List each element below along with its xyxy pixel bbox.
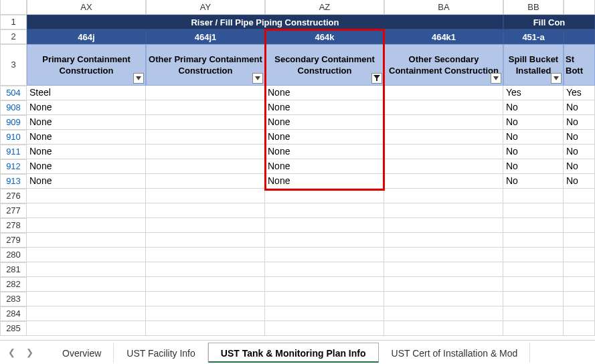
cell-empty[interactable] [146,277,265,292]
filter-dropdown-icon[interactable] [551,73,562,84]
row-header-913[interactable]: 913 [0,174,27,189]
cell-empty[interactable] [146,218,265,233]
col-header-az[interactable]: AZ [265,0,384,15]
cell-bb[interactable]: No [503,145,564,159]
cell-empty[interactable] [146,321,265,336]
cell-empty[interactable] [27,321,146,336]
cell-empty[interactable] [503,233,564,248]
field-other-secondary-containment[interactable]: Other Secondary Containment Construction [384,44,503,86]
cell-empty[interactable] [265,233,384,248]
cell-ba[interactable] [384,159,503,174]
cell-empty[interactable] [27,203,146,218]
cell-empty[interactable] [27,218,146,233]
cell-bb[interactable]: No [503,159,564,174]
cell-empty[interactable] [265,292,384,306]
cell-az[interactable]: None [265,174,384,189]
cell-empty[interactable] [503,203,564,218]
field-primary-containment[interactable]: Primary Containment Construction [27,44,146,86]
cell-bc[interactable]: Yes [564,86,595,100]
cell-empty[interactable] [384,292,503,306]
cell-empty[interactable] [564,321,595,336]
cell-bc[interactable]: No [564,159,595,174]
row-header-285[interactable]: 285 [0,321,27,336]
filter-dropdown-icon[interactable] [252,73,263,84]
cell-ay[interactable] [146,115,265,130]
tab-monitoring[interactable]: UST Tank & Monitoring Plan Info [208,343,379,363]
cell-empty[interactable] [265,189,384,203]
cell-empty[interactable] [503,248,564,262]
cell-empty[interactable] [564,189,595,203]
cell-az[interactable]: None [265,145,384,159]
cell-ba[interactable] [384,174,503,189]
cell-empty[interactable] [503,321,564,336]
cell-ay[interactable] [146,130,265,145]
cell-empty[interactable] [384,262,503,277]
cell-ay[interactable] [146,174,265,189]
field-spill-bucket[interactable]: Spill Bucket Installed [503,44,564,86]
row-header-280[interactable]: 280 [0,248,27,262]
cell-az[interactable]: None [265,100,384,115]
cell-bc[interactable]: No [564,115,595,130]
field-bc[interactable]: St Bott [564,44,595,86]
cell-empty[interactable] [265,306,384,321]
cell-empty[interactable] [564,218,595,233]
tab-nav-prev-icon[interactable]: ❮ [8,347,15,357]
row-header-909[interactable]: 909 [0,115,27,130]
field-secondary-containment[interactable]: Secondary Containment Construction [265,44,384,86]
cell-empty[interactable] [265,262,384,277]
cell-empty[interactable] [384,306,503,321]
cell-ba[interactable] [384,130,503,145]
cell-empty[interactable] [265,321,384,336]
cell-bc[interactable]: No [564,174,595,189]
cell-ax[interactable]: None [27,100,146,115]
cell-empty[interactable] [27,248,146,262]
cell-bb[interactable]: No [503,130,564,145]
cell-ax[interactable]: None [27,159,146,174]
col-header-ay[interactable]: AY [146,0,265,15]
row-header-910[interactable]: 910 [0,130,27,145]
filter-active-icon[interactable] [371,73,382,84]
cell-empty[interactable] [146,189,265,203]
row-header-281[interactable]: 281 [0,262,27,277]
cell-empty[interactable] [384,277,503,292]
cell-empty[interactable] [384,203,503,218]
cell-empty[interactable] [564,292,595,306]
row-header-278[interactable]: 278 [0,218,27,233]
cell-empty[interactable] [503,292,564,306]
cell-az[interactable]: None [265,130,384,145]
cell-ba[interactable] [384,115,503,130]
cell-empty[interactable] [564,248,595,262]
cell-empty[interactable] [503,218,564,233]
row-header-504[interactable]: 504 [0,86,27,100]
field-other-primary-containment[interactable]: Other Primary Containment Construction [146,44,265,86]
cell-empty[interactable] [503,277,564,292]
cell-empty[interactable] [27,306,146,321]
cell-empty[interactable] [146,233,265,248]
cell-ax[interactable]: None [27,145,146,159]
cell-empty[interactable] [384,218,503,233]
cell-empty[interactable] [146,306,265,321]
cell-ax[interactable]: None [27,115,146,130]
cell-ay[interactable] [146,100,265,115]
cell-bb[interactable]: No [503,174,564,189]
cell-empty[interactable] [384,233,503,248]
row-header-911[interactable]: 911 [0,145,27,159]
cell-empty[interactable] [146,262,265,277]
corner-cell[interactable] [0,0,27,15]
cell-empty[interactable] [146,292,265,306]
row-header-3[interactable]: 3 [0,44,27,86]
tab-overview[interactable]: Overview [50,343,114,363]
cell-empty[interactable] [564,262,595,277]
filter-dropdown-icon[interactable] [133,73,144,84]
cell-empty[interactable] [384,189,503,203]
cell-empty[interactable] [146,203,265,218]
cell-empty[interactable] [503,262,564,277]
cell-empty[interactable] [27,277,146,292]
cell-empty[interactable] [27,262,146,277]
cell-empty[interactable] [384,248,503,262]
cell-empty[interactable] [503,189,564,203]
row-header-1[interactable]: 1 [0,15,27,29]
cell-empty[interactable] [146,248,265,262]
tab-facility[interactable]: UST Facility Info [114,343,207,363]
row-header-277[interactable]: 277 [0,203,27,218]
